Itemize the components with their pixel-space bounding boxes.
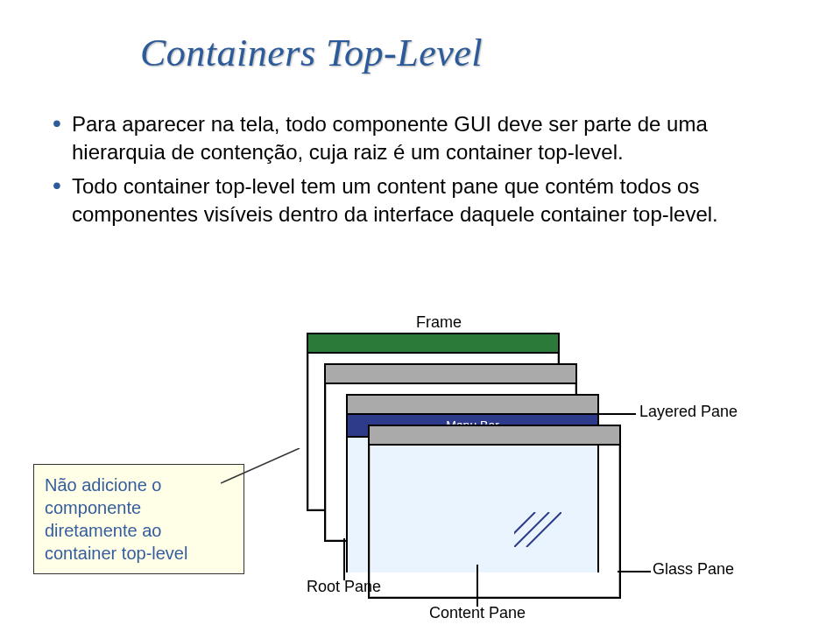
bullet-text: Para aparecer na tela, todo componente G… [72,110,788,167]
bullet-icon: • [53,110,72,167]
diagram-label-frame: Frame [416,313,462,332]
callout-note: Não adicione o componente diretamente ao… [33,464,244,574]
bullet-list: • Para aparecer na tela, todo componente… [53,105,788,235]
diagram-label-layered-pane: Layered Pane [639,403,738,421]
leader-line-icon [340,538,349,580]
bullet-item: • Para aparecer na tela, todo componente… [53,110,788,167]
leader-line-icon [576,413,636,415]
diagram-label-glass-pane: Glass Pane [653,560,734,579]
diagram-label-root-pane: Root Pane [307,578,381,596]
diagram-frame-titlebar [308,334,558,354]
diagram-glass-pane-titlebar [370,426,619,446]
leader-line-icon [473,565,482,607]
bullet-item: • Todo container top-level tem um conten… [53,172,788,229]
leader-line-icon [618,571,651,572]
diagram-content-titlebar [348,396,597,415]
bullet-text: Todo container top-level tem um content … [72,172,788,229]
diagram: Frame Menu Bar Root Pane Content Pane [263,324,806,604]
diagram-root-pane-titlebar [326,365,575,384]
diagram-glass-pane-window [368,425,621,599]
bullet-icon: • [53,172,72,229]
slide-title: Containers Top-Level [140,31,483,75]
slide: Containers Top-Level • Para aparecer na … [0,0,840,632]
diagram-label-content-pane: Content Pane [429,604,526,622]
